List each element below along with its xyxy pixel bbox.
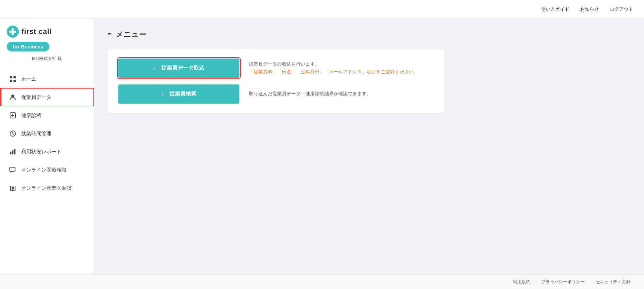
grid-icon: [9, 75, 16, 83]
sidebar-nav: ホーム 従業員データ: [0, 67, 94, 274]
page-title-row: ≡ メニュー: [108, 30, 631, 40]
menu-item-row-search: › 従業員検索 取り込んだ従業員データ・健康診断結果が確認できます。: [118, 84, 433, 104]
chat-icon: [9, 166, 16, 174]
employee-search-description: 取り込んだ従業員データ・健康診断結果が確認できます。: [249, 90, 371, 98]
employee-import-desc-highlight: 「従業員ID」「氏名」「生年月日」「メールアドレス」などをご登録ください。: [249, 69, 418, 74]
sidebar-item-overtime-label: 残業時間管理: [21, 131, 51, 137]
sidebar-item-home[interactable]: ホーム: [0, 70, 94, 88]
for-business-badge: for Business: [7, 42, 49, 51]
menu-item-row-import: › 従業員データ取込 従業員データの取込を行います。 「従業員ID」「氏名」「生…: [118, 59, 433, 78]
news-link[interactable]: お知らせ: [580, 6, 599, 12]
svg-rect-4: [13, 76, 16, 78]
bar-chart-icon: [9, 148, 16, 155]
guide-link[interactable]: 使い方ガイド: [541, 6, 569, 12]
logo-plus-icon: [7, 26, 19, 38]
svg-rect-19: [12, 188, 13, 189]
sidebar-item-online-industrial[interactable]: オンライン産業医面談: [0, 179, 94, 197]
employee-import-button-label: 従業員データ取込: [161, 65, 204, 72]
chevron-right-icon: ›: [153, 66, 155, 71]
employee-search-desc-line1: 取り込んだ従業員データ・健康診断結果が確認できます。: [249, 90, 371, 98]
sidebar-item-report-label: 利用状況レポート: [21, 149, 62, 155]
content-area: ≡ メニュー › 従業員データ取込 従業員データの取込を行います。 「従業員ID…: [94, 19, 644, 274]
logo-row: first call: [7, 26, 87, 38]
sidebar-item-usage-report[interactable]: 利用状況レポート: [0, 143, 94, 161]
security-link[interactable]: セキュリティ方針: [596, 279, 631, 285]
chevron-right-icon-2: ›: [161, 92, 163, 97]
person-icon: [9, 94, 16, 101]
sidebar-item-home-label: ホーム: [21, 76, 36, 82]
sidebar-item-online-medical[interactable]: オンライン医療相談: [0, 161, 94, 179]
svg-rect-2: [9, 31, 16, 33]
medical-icon: [9, 112, 16, 119]
employee-import-description: 従業員データの取込を行います。 「従業員ID」「氏名」「生年月日」「メールアドレ…: [249, 61, 418, 76]
sidebar-item-overtime[interactable]: 残業時間管理: [0, 124, 94, 143]
svg-rect-15: [12, 150, 13, 154]
sidebar-item-industrial-label: オンライン産業医面談: [21, 185, 72, 191]
svg-rect-22: [13, 187, 14, 188]
menu-hamburger-icon: ≡: [108, 31, 112, 39]
sidebar: first call for Business test株式会社 様 ホーム: [0, 19, 94, 274]
employee-search-button[interactable]: › 従業員検索: [118, 84, 239, 104]
logo-text: first call: [22, 27, 51, 36]
sidebar-logo-area: first call for Business test株式会社 様: [0, 19, 94, 67]
svg-rect-5: [10, 80, 12, 82]
sidebar-item-health-check[interactable]: 健康診断: [0, 106, 94, 124]
svg-rect-16: [14, 149, 15, 154]
employee-import-desc-line1: 従業員データの取込を行います。: [249, 61, 418, 68]
building-icon: [9, 184, 16, 192]
svg-rect-17: [10, 167, 15, 171]
terms-link[interactable]: 利用規約: [513, 279, 530, 285]
svg-rect-20: [13, 188, 14, 189]
svg-rect-6: [13, 80, 16, 82]
employee-import-button[interactable]: › 従業員データ取込: [118, 59, 239, 78]
sidebar-item-online-medical-label: オンライン医療相談: [21, 167, 67, 173]
employee-import-desc-line2: 「従業員ID」「氏名」「生年月日」「メールアドレス」などをご登録ください。: [249, 68, 418, 76]
menu-card: › 従業員データ取込 従業員データの取込を行います。 「従業員ID」「氏名」「生…: [108, 49, 444, 113]
svg-line-13: [13, 134, 14, 135]
footer: 利用規約 プライバシーポリシー セキュリティ方針: [0, 274, 644, 289]
company-name: test株式会社 様: [7, 56, 87, 62]
svg-rect-21: [12, 187, 13, 188]
top-header: 使い方ガイド お知らせ ログアウト: [0, 0, 644, 19]
svg-rect-3: [10, 76, 12, 78]
privacy-link[interactable]: プライバシーポリシー: [541, 279, 585, 285]
sidebar-item-employee-label: 従業員データ: [21, 94, 51, 101]
svg-point-7: [11, 95, 14, 97]
top-nav: 使い方ガイド お知らせ ログアウト: [541, 6, 633, 12]
logout-link[interactable]: ログアウト: [610, 6, 633, 12]
svg-rect-14: [10, 152, 11, 154]
svg-rect-23: [12, 189, 13, 191]
clock-icon: [9, 130, 16, 137]
main-layout: first call for Business test株式会社 様 ホーム: [0, 19, 644, 274]
page-title: メニュー: [116, 30, 146, 40]
employee-search-button-label: 従業員検索: [169, 91, 196, 98]
sidebar-item-employee-data[interactable]: 従業員データ: [0, 88, 94, 106]
svg-rect-10: [11, 115, 14, 116]
sidebar-item-health-label: 健康診断: [21, 112, 41, 119]
